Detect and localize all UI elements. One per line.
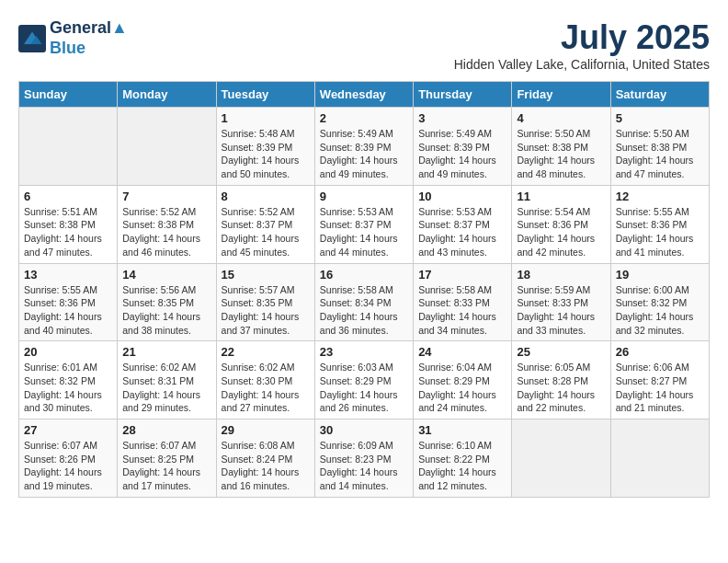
- day-number: 29: [222, 423, 310, 437]
- day-info: Sunrise: 5:50 AM Sunset: 8:38 PM Dayligh…: [517, 127, 605, 181]
- day-info: Sunrise: 5:52 AM Sunset: 8:38 PM Dayligh…: [122, 205, 210, 259]
- day-number: 21: [122, 345, 210, 359]
- day-number: 17: [418, 268, 506, 282]
- day-number: 6: [24, 190, 112, 203]
- calendar-cell: 9Sunrise: 5:53 AM Sunset: 8:37 PM Daylig…: [314, 185, 413, 263]
- day-info: Sunrise: 6:01 AM Sunset: 8:32 PM Dayligh…: [24, 361, 112, 415]
- calendar-week-4: 20Sunrise: 6:01 AM Sunset: 8:32 PM Dayli…: [19, 341, 710, 419]
- day-number: 22: [222, 345, 310, 359]
- day-number: 8: [222, 190, 310, 203]
- day-number: 24: [418, 345, 506, 359]
- day-info: Sunrise: 6:09 AM Sunset: 8:23 PM Dayligh…: [320, 439, 408, 493]
- calendar-cell: 7Sunrise: 5:52 AM Sunset: 8:38 PM Daylig…: [118, 185, 216, 263]
- day-number: 19: [616, 268, 704, 282]
- weekday-header-wednesday: Wednesday: [314, 82, 413, 108]
- day-info: Sunrise: 5:52 AM Sunset: 8:37 PM Dayligh…: [222, 205, 310, 259]
- day-info: Sunrise: 6:05 AM Sunset: 8:28 PM Dayligh…: [517, 361, 605, 415]
- day-info: Sunrise: 5:54 AM Sunset: 8:36 PM Dayligh…: [517, 205, 605, 259]
- calendar-week-5: 27Sunrise: 6:07 AM Sunset: 8:26 PM Dayli…: [19, 419, 710, 498]
- day-number: 31: [418, 423, 506, 437]
- day-number: 27: [24, 423, 112, 437]
- day-number: 4: [517, 111, 605, 125]
- day-info: Sunrise: 5:53 AM Sunset: 8:37 PM Dayligh…: [418, 205, 506, 259]
- day-number: 30: [320, 423, 408, 437]
- day-number: 18: [517, 268, 605, 282]
- calendar-cell: 8Sunrise: 5:52 AM Sunset: 8:37 PM Daylig…: [216, 185, 314, 263]
- day-number: 11: [517, 190, 605, 203]
- day-info: Sunrise: 6:08 AM Sunset: 8:24 PM Dayligh…: [222, 439, 310, 493]
- calendar-cell: 23Sunrise: 6:03 AM Sunset: 8:29 PM Dayli…: [314, 341, 413, 419]
- calendar-week-1: 1Sunrise: 5:48 AM Sunset: 8:39 PM Daylig…: [19, 108, 710, 186]
- logo: General▲ Blue: [18, 18, 128, 58]
- calendar-cell: 1Sunrise: 5:48 AM Sunset: 8:39 PM Daylig…: [216, 108, 314, 186]
- day-number: 25: [517, 345, 605, 359]
- day-info: Sunrise: 5:59 AM Sunset: 8:33 PM Dayligh…: [517, 283, 605, 338]
- title-area: July 2025 Hidden Valley Lake, California…: [454, 18, 710, 72]
- calendar-table: SundayMondayTuesdayWednesdayThursdayFrid…: [18, 81, 710, 498]
- day-number: 12: [616, 190, 704, 203]
- calendar-cell: 19Sunrise: 6:00 AM Sunset: 8:32 PM Dayli…: [610, 263, 709, 341]
- day-number: 15: [222, 268, 310, 282]
- calendar-cell: 20Sunrise: 6:01 AM Sunset: 8:32 PM Dayli…: [19, 341, 118, 419]
- day-info: Sunrise: 5:55 AM Sunset: 8:36 PM Dayligh…: [24, 283, 112, 338]
- calendar-cell: 17Sunrise: 5:58 AM Sunset: 8:33 PM Dayli…: [414, 263, 512, 341]
- calendar-cell: 14Sunrise: 5:56 AM Sunset: 8:35 PM Dayli…: [118, 263, 216, 341]
- logo-icon: [18, 25, 46, 52]
- calendar-cell: [610, 419, 709, 498]
- day-info: Sunrise: 5:49 AM Sunset: 8:39 PM Dayligh…: [418, 127, 506, 181]
- day-number: 13: [24, 268, 112, 282]
- day-number: 2: [320, 111, 408, 125]
- logo-text: General▲ Blue: [50, 18, 128, 58]
- calendar-cell: 4Sunrise: 5:50 AM Sunset: 8:38 PM Daylig…: [512, 108, 610, 186]
- day-number: 3: [418, 111, 506, 125]
- weekday-header-thursday: Thursday: [414, 82, 512, 108]
- calendar-cell: 24Sunrise: 6:04 AM Sunset: 8:29 PM Dayli…: [414, 341, 512, 419]
- calendar-cell: 26Sunrise: 6:06 AM Sunset: 8:27 PM Dayli…: [610, 341, 709, 419]
- day-info: Sunrise: 5:49 AM Sunset: 8:39 PM Dayligh…: [320, 127, 408, 181]
- weekday-header-friday: Friday: [512, 82, 610, 108]
- day-info: Sunrise: 6:10 AM Sunset: 8:22 PM Dayligh…: [418, 439, 506, 493]
- calendar-week-2: 6Sunrise: 5:51 AM Sunset: 8:38 PM Daylig…: [19, 185, 710, 263]
- day-info: Sunrise: 5:51 AM Sunset: 8:38 PM Dayligh…: [24, 205, 112, 259]
- day-info: Sunrise: 5:57 AM Sunset: 8:35 PM Dayligh…: [222, 283, 310, 338]
- weekday-header-tuesday: Tuesday: [216, 82, 314, 108]
- day-number: 20: [24, 345, 112, 359]
- day-number: 28: [122, 423, 210, 437]
- day-info: Sunrise: 5:48 AM Sunset: 8:39 PM Dayligh…: [222, 127, 310, 181]
- calendar-cell: 21Sunrise: 6:02 AM Sunset: 8:31 PM Dayli…: [118, 341, 216, 419]
- calendar-cell: 27Sunrise: 6:07 AM Sunset: 8:26 PM Dayli…: [19, 419, 118, 498]
- calendar-cell: 31Sunrise: 6:10 AM Sunset: 8:22 PM Dayli…: [414, 419, 512, 498]
- day-number: 7: [122, 190, 210, 203]
- day-info: Sunrise: 5:58 AM Sunset: 8:34 PM Dayligh…: [320, 283, 408, 338]
- day-info: Sunrise: 5:58 AM Sunset: 8:33 PM Dayligh…: [418, 283, 506, 338]
- calendar-cell: 15Sunrise: 5:57 AM Sunset: 8:35 PM Dayli…: [216, 263, 314, 341]
- day-info: Sunrise: 6:03 AM Sunset: 8:29 PM Dayligh…: [320, 361, 408, 415]
- day-number: 5: [616, 111, 704, 125]
- day-info: Sunrise: 6:00 AM Sunset: 8:32 PM Dayligh…: [616, 283, 704, 338]
- calendar-cell: 2Sunrise: 5:49 AM Sunset: 8:39 PM Daylig…: [314, 108, 413, 186]
- calendar-cell: [512, 419, 610, 498]
- day-info: Sunrise: 5:50 AM Sunset: 8:38 PM Dayligh…: [616, 127, 704, 181]
- weekday-header-monday: Monday: [118, 82, 216, 108]
- day-info: Sunrise: 6:07 AM Sunset: 8:25 PM Dayligh…: [122, 439, 210, 493]
- calendar-cell: 22Sunrise: 6:02 AM Sunset: 8:30 PM Dayli…: [216, 341, 314, 419]
- day-number: 9: [320, 190, 408, 203]
- day-info: Sunrise: 6:02 AM Sunset: 8:31 PM Dayligh…: [122, 361, 210, 415]
- calendar-cell: 29Sunrise: 6:08 AM Sunset: 8:24 PM Dayli…: [216, 419, 314, 498]
- calendar-week-3: 13Sunrise: 5:55 AM Sunset: 8:36 PM Dayli…: [19, 263, 710, 341]
- day-number: 1: [222, 111, 310, 125]
- calendar-cell: [118, 108, 216, 186]
- day-info: Sunrise: 5:55 AM Sunset: 8:36 PM Dayligh…: [616, 205, 704, 259]
- calendar-cell: 16Sunrise: 5:58 AM Sunset: 8:34 PM Dayli…: [314, 263, 413, 341]
- calendar-cell: 3Sunrise: 5:49 AM Sunset: 8:39 PM Daylig…: [414, 108, 512, 186]
- calendar-cell: 11Sunrise: 5:54 AM Sunset: 8:36 PM Dayli…: [512, 185, 610, 263]
- location: Hidden Valley Lake, California, United S…: [454, 57, 710, 72]
- calendar-cell: 30Sunrise: 6:09 AM Sunset: 8:23 PM Dayli…: [314, 419, 413, 498]
- day-info: Sunrise: 5:53 AM Sunset: 8:37 PM Dayligh…: [320, 205, 408, 259]
- day-info: Sunrise: 6:06 AM Sunset: 8:27 PM Dayligh…: [616, 361, 704, 415]
- day-number: 14: [122, 268, 210, 282]
- weekday-header-saturday: Saturday: [610, 82, 709, 108]
- day-info: Sunrise: 6:07 AM Sunset: 8:26 PM Dayligh…: [24, 439, 112, 493]
- calendar-cell: 12Sunrise: 5:55 AM Sunset: 8:36 PM Dayli…: [610, 185, 709, 263]
- calendar-cell: 28Sunrise: 6:07 AM Sunset: 8:25 PM Dayli…: [118, 419, 216, 498]
